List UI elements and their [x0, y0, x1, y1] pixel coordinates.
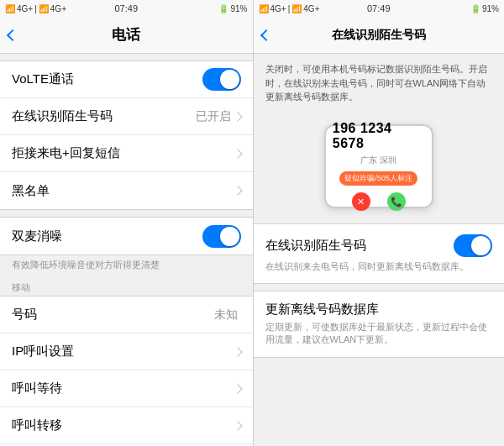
right-online-toggle-knob: [471, 236, 491, 255]
number-row: 号码 未知: [0, 296, 253, 333]
call-forward-arrow: [233, 421, 242, 430]
right-signal-icon-1: 📶: [259, 4, 269, 13]
right-status-signal: 📶 4G+ | 📶 4G+: [259, 4, 320, 13]
mobile-section-label: 移动: [0, 276, 253, 296]
right-description: 关闭时，可使用本机号码标记数据识别陌生号码。开启时，在线识别来去电号码，同时可在…: [254, 54, 505, 113]
reject-reply-label: 拒接来电+回复短信: [12, 145, 234, 161]
phone-number-display: 196 1234 5678: [333, 121, 425, 151]
right-signal-text-1: 4G+: [270, 4, 286, 13]
number-label: 号码: [12, 307, 214, 323]
volte-label: VoLTE通话: [12, 71, 202, 87]
call-forward-row[interactable]: 呼叫转移: [0, 407, 253, 444]
right-online-id-desc: 在线识别来去电号码，同时更新离线号码数据库。: [265, 260, 493, 273]
right-signal-icon-2: 📶: [291, 4, 302, 13]
right-battery-text: 91%: [482, 4, 499, 13]
volte-toggle-knob: [220, 70, 239, 89]
noise-cancel-toggle-knob: [220, 227, 239, 246]
ip-call-arrow: [233, 347, 242, 356]
signal-text-2: 4G+: [50, 4, 66, 13]
phone-mockup-area: 196 1234 5678 广东 深圳 疑似诈骗/505人标注 ✕ 📞: [254, 113, 505, 217]
caller-id-badge: 疑似诈骗/505人标注: [339, 171, 417, 186]
call-wait-label: 呼叫等待: [12, 380, 234, 396]
ip-call-label: IP呼叫设置: [12, 344, 234, 359]
blacklist-row[interactable]: 黑名单: [0, 172, 253, 209]
right-online-toggle[interactable]: [454, 234, 492, 257]
volte-toggle[interactable]: [202, 68, 241, 91]
right-status-time: 07:49: [367, 3, 391, 13]
ip-call-row[interactable]: IP呼叫设置: [0, 333, 253, 370]
right-online-id-row: 在线识别陌生号码 在线识别来去电号码，同时更新离线号码数据库。: [254, 224, 505, 283]
phone-location: 广东 深圳: [360, 155, 396, 166]
signal-icon-1: 📶: [5, 4, 15, 13]
call-forward-label: 呼叫转移: [12, 417, 234, 433]
noise-cancel-label: 双麦消噪: [12, 228, 202, 244]
right-status-battery: 🔋 91%: [470, 4, 499, 13]
left-status-bar: 📶 4G+ | 📶 4G+ 07:49 🔋 91%: [0, 0, 253, 17]
noise-cancel-desc: 有效降低环境噪音使对方听得更清楚: [0, 255, 253, 276]
right-signal-text-2: 4G+: [303, 4, 319, 13]
online-id-label: 在线识别陌生号码: [12, 108, 196, 124]
blacklist-label: 黑名单: [12, 183, 234, 199]
main-settings-section: VoLTE通话 在线识别陌生号码 已开启 拒接来电+回复短信 黑名单: [0, 60, 253, 210]
online-id-value: 已开启: [196, 109, 231, 124]
left-panel: 📶 4G+ | 📶 4G+ 07:49 🔋 91% 电话 VoLTE通话 在线识…: [0, 0, 253, 446]
mobile-settings-section: 号码 未知 IP呼叫设置 呼叫等待 呼叫转移 呼叫限制: [0, 296, 253, 446]
noise-cancel-toggle[interactable]: [202, 225, 241, 248]
number-value: 未知: [214, 307, 238, 323]
right-back-button[interactable]: [262, 31, 272, 39]
accept-phone-icon: 📞: [391, 197, 402, 207]
right-chevron-left-icon: [260, 29, 271, 40]
noise-cancel-row[interactable]: 双麦消噪: [0, 218, 253, 254]
chevron-left-icon: [7, 29, 18, 40]
left-nav-title: 电话: [112, 25, 140, 45]
right-status-bar: 📶 4G+ | 📶 4G+ 07:49 🔋 91%: [254, 0, 505, 17]
right-panel: 📶 4G+ | 📶 4G+ 07:49 🔋 91% 在线识别陌生号码 关闭时，可…: [254, 0, 505, 446]
call-wait-arrow: [233, 384, 242, 393]
reject-button[interactable]: ✕: [352, 192, 370, 211]
reject-reply-row[interactable]: 拒接来电+回复短信: [0, 135, 253, 172]
right-online-id-title: 在线识别陌生号码: [265, 238, 366, 254]
phone-buttons: ✕ 📞: [352, 192, 406, 211]
left-status-signal: 📶 4G+ | 📶 4G+: [5, 4, 66, 13]
volte-row[interactable]: VoLTE通话: [0, 61, 253, 98]
right-nav-title: 在线识别陌生号码: [332, 28, 426, 43]
left-back-button[interactable]: [8, 31, 18, 39]
right-online-id-section: 在线识别陌生号码 在线识别来去电号码，同时更新离线号码数据库。: [254, 223, 505, 284]
reject-phone-icon: ✕: [357, 197, 365, 207]
online-id-row[interactable]: 在线识别陌生号码 已开启: [0, 98, 253, 135]
noise-section: 双麦消噪: [0, 217, 253, 255]
update-desc: 定期更新，可使数据库处于最新状态，更新过程中会使用流量，建议在WLAN下更新。: [265, 321, 493, 347]
online-id-arrow: [233, 112, 242, 121]
reject-reply-arrow: [233, 149, 242, 158]
battery-text: 91%: [230, 4, 247, 13]
left-nav-bar: 电话: [0, 17, 253, 54]
right-battery-icon: 🔋: [470, 4, 480, 13]
signal-text-1: 4G+: [17, 4, 33, 13]
accept-button[interactable]: 📞: [387, 192, 406, 211]
right-signal-separator: |: [288, 4, 291, 13]
update-section: 更新离线号码数据库 定期更新，可使数据库处于最新状态，更新过程中会使用流量，建议…: [254, 291, 505, 358]
left-status-battery: 🔋 91%: [218, 4, 247, 13]
right-online-id-header: 在线识别陌生号码: [265, 234, 493, 257]
signal-separator: |: [34, 4, 37, 13]
update-title: 更新离线号码数据库: [265, 302, 493, 317]
left-status-time: 07:49: [114, 3, 138, 13]
call-wait-row[interactable]: 呼叫等待: [0, 370, 253, 407]
battery-icon: 🔋: [218, 4, 228, 13]
blacklist-arrow: [233, 186, 242, 195]
right-nav-bar: 在线识别陌生号码: [254, 17, 505, 54]
phone-mockup: 196 1234 5678 广东 深圳 疑似诈骗/505人标注 ✕ 📞: [324, 124, 433, 208]
signal-icon-2: 📶: [39, 4, 49, 13]
